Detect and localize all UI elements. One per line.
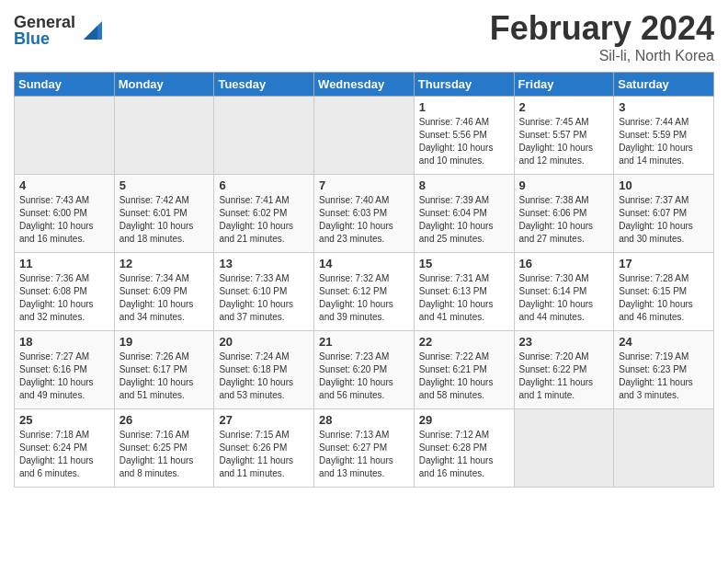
day-number: 4 (19, 178, 109, 192)
day-info: Sunrise: 7:39 AM Sunset: 6:04 PM Dayligh… (419, 194, 509, 246)
day-number: 8 (419, 178, 509, 192)
calendar-cell: 12Sunrise: 7:34 AM Sunset: 6:09 PM Dayli… (114, 253, 214, 331)
day-number: 17 (619, 257, 709, 270)
day-info: Sunrise: 7:18 AM Sunset: 6:24 PM Dayligh… (19, 429, 109, 480)
calendar-cell (514, 409, 614, 488)
calendar-cell (15, 97, 115, 175)
calendar-cell (114, 97, 214, 175)
day-number: 20 (219, 335, 309, 349)
day-info: Sunrise: 7:45 AM Sunset: 5:57 PM Dayligh… (519, 116, 609, 167)
day-number: 26 (119, 413, 210, 427)
day-number: 16 (519, 257, 609, 270)
day-number: 1 (419, 100, 509, 114)
sub-title: Sil-li, North Korea (490, 48, 714, 64)
day-info: Sunrise: 7:19 AM Sunset: 6:23 PM Dayligh… (619, 350, 709, 402)
svg-marker-1 (84, 26, 97, 40)
calendar-cell: 6Sunrise: 7:41 AM Sunset: 6:02 PM Daylig… (214, 175, 314, 253)
day-number: 14 (319, 257, 409, 270)
calendar-cell: 23Sunrise: 7:20 AM Sunset: 6:22 PM Dayli… (514, 331, 614, 409)
day-number: 2 (519, 100, 609, 114)
calendar-cell: 16Sunrise: 7:30 AM Sunset: 6:14 PM Dayli… (514, 253, 614, 331)
calendar-cell: 8Sunrise: 7:39 AM Sunset: 6:04 PM Daylig… (414, 175, 514, 253)
day-info: Sunrise: 7:38 AM Sunset: 6:06 PM Dayligh… (519, 194, 609, 246)
calendar-cell: 10Sunrise: 7:37 AM Sunset: 6:07 PM Dayli… (614, 175, 714, 253)
day-info: Sunrise: 7:43 AM Sunset: 6:00 PM Dayligh… (19, 194, 109, 246)
day-number: 19 (119, 335, 210, 349)
weekday-header-saturday: Saturday (614, 73, 714, 97)
calendar-cell: 3Sunrise: 7:44 AM Sunset: 5:59 PM Daylig… (614, 97, 714, 175)
calendar-cell: 5Sunrise: 7:42 AM Sunset: 6:01 PM Daylig… (114, 175, 214, 253)
day-number: 23 (519, 335, 609, 349)
title-block: February 2024 Sil-li, North Korea (490, 9, 714, 64)
day-number: 13 (219, 257, 309, 270)
day-number: 9 (519, 178, 609, 192)
day-info: Sunrise: 7:33 AM Sunset: 6:10 PM Dayligh… (219, 272, 309, 324)
day-number: 7 (319, 178, 409, 192)
calendar-cell (314, 97, 415, 175)
calendar-cell: 28Sunrise: 7:13 AM Sunset: 6:27 PM Dayli… (314, 409, 415, 488)
calendar-cell: 26Sunrise: 7:16 AM Sunset: 6:25 PM Dayli… (114, 409, 214, 488)
calendar-cell: 20Sunrise: 7:24 AM Sunset: 6:18 PM Dayli… (214, 331, 314, 409)
day-info: Sunrise: 7:30 AM Sunset: 6:14 PM Dayligh… (519, 272, 609, 324)
day-info: Sunrise: 7:46 AM Sunset: 5:56 PM Dayligh… (419, 116, 509, 167)
day-info: Sunrise: 7:15 AM Sunset: 6:26 PM Dayligh… (219, 429, 309, 480)
day-number: 27 (219, 413, 309, 427)
day-info: Sunrise: 7:13 AM Sunset: 6:27 PM Dayligh… (319, 429, 409, 480)
calendar-cell: 17Sunrise: 7:28 AM Sunset: 6:15 PM Dayli… (614, 253, 714, 331)
day-number: 21 (319, 335, 409, 349)
day-info: Sunrise: 7:40 AM Sunset: 6:03 PM Dayligh… (319, 194, 409, 246)
logo-blue-text: Blue (14, 30, 75, 47)
calendar-cell: 1Sunrise: 7:46 AM Sunset: 5:56 PM Daylig… (414, 97, 514, 175)
calendar-table: SundayMondayTuesdayWednesdayThursdayFrid… (14, 72, 714, 488)
calendar-cell: 29Sunrise: 7:12 AM Sunset: 6:28 PM Dayli… (414, 409, 514, 488)
calendar-week-5: 25Sunrise: 7:18 AM Sunset: 6:24 PM Dayli… (15, 409, 714, 488)
main-title: February 2024 (490, 9, 714, 48)
day-number: 10 (619, 178, 709, 192)
day-info: Sunrise: 7:23 AM Sunset: 6:20 PM Dayligh… (319, 350, 409, 402)
weekday-header-tuesday: Tuesday (214, 73, 314, 97)
day-info: Sunrise: 7:20 AM Sunset: 6:22 PM Dayligh… (519, 350, 609, 402)
calendar-week-3: 11Sunrise: 7:36 AM Sunset: 6:08 PM Dayli… (15, 253, 714, 331)
calendar-cell: 19Sunrise: 7:26 AM Sunset: 6:17 PM Dayli… (114, 331, 214, 409)
header: General Blue February 2024 Sil-li, North… (14, 9, 714, 64)
day-info: Sunrise: 7:24 AM Sunset: 6:18 PM Dayligh… (219, 350, 309, 402)
calendar-week-4: 18Sunrise: 7:27 AM Sunset: 6:16 PM Dayli… (15, 331, 714, 409)
logo-general-text: General (14, 14, 75, 30)
day-info: Sunrise: 7:26 AM Sunset: 6:17 PM Dayligh… (119, 350, 210, 402)
day-number: 5 (119, 178, 210, 192)
logo-icon (79, 17, 107, 44)
day-info: Sunrise: 7:28 AM Sunset: 6:15 PM Dayligh… (619, 272, 709, 324)
calendar-cell: 27Sunrise: 7:15 AM Sunset: 6:26 PM Dayli… (214, 409, 314, 488)
day-number: 28 (319, 413, 409, 427)
day-number: 6 (219, 178, 309, 192)
calendar-cell: 11Sunrise: 7:36 AM Sunset: 6:08 PM Dayli… (15, 253, 115, 331)
calendar-cell (214, 97, 314, 175)
calendar-week-1: 1Sunrise: 7:46 AM Sunset: 5:56 PM Daylig… (15, 97, 714, 175)
calendar-cell: 21Sunrise: 7:23 AM Sunset: 6:20 PM Dayli… (314, 331, 415, 409)
calendar-cell: 15Sunrise: 7:31 AM Sunset: 6:13 PM Dayli… (414, 253, 514, 331)
calendar-cell: 22Sunrise: 7:22 AM Sunset: 6:21 PM Dayli… (414, 331, 514, 409)
day-info: Sunrise: 7:42 AM Sunset: 6:01 PM Dayligh… (119, 194, 210, 246)
calendar-cell: 13Sunrise: 7:33 AM Sunset: 6:10 PM Dayli… (214, 253, 314, 331)
weekday-header-sunday: Sunday (15, 73, 115, 97)
day-number: 25 (19, 413, 109, 427)
day-info: Sunrise: 7:37 AM Sunset: 6:07 PM Dayligh… (619, 194, 709, 246)
day-info: Sunrise: 7:31 AM Sunset: 6:13 PM Dayligh… (419, 272, 509, 324)
weekday-header-row: SundayMondayTuesdayWednesdayThursdayFrid… (15, 73, 714, 97)
calendar-cell: 18Sunrise: 7:27 AM Sunset: 6:16 PM Dayli… (15, 331, 115, 409)
day-number: 12 (119, 257, 210, 270)
day-info: Sunrise: 7:22 AM Sunset: 6:21 PM Dayligh… (419, 350, 509, 402)
day-info: Sunrise: 7:44 AM Sunset: 5:59 PM Dayligh… (619, 116, 709, 167)
day-info: Sunrise: 7:12 AM Sunset: 6:28 PM Dayligh… (419, 429, 509, 480)
day-number: 29 (419, 413, 509, 427)
day-number: 18 (19, 335, 109, 349)
calendar-cell: 25Sunrise: 7:18 AM Sunset: 6:24 PM Dayli… (15, 409, 115, 488)
day-info: Sunrise: 7:27 AM Sunset: 6:16 PM Dayligh… (19, 350, 109, 402)
day-info: Sunrise: 7:16 AM Sunset: 6:25 PM Dayligh… (119, 429, 210, 480)
day-number: 15 (419, 257, 509, 270)
weekday-header-monday: Monday (114, 73, 214, 97)
day-info: Sunrise: 7:34 AM Sunset: 6:09 PM Dayligh… (119, 272, 210, 324)
calendar-week-2: 4Sunrise: 7:43 AM Sunset: 6:00 PM Daylig… (15, 175, 714, 253)
day-info: Sunrise: 7:36 AM Sunset: 6:08 PM Dayligh… (19, 272, 109, 324)
day-number: 11 (19, 257, 109, 270)
